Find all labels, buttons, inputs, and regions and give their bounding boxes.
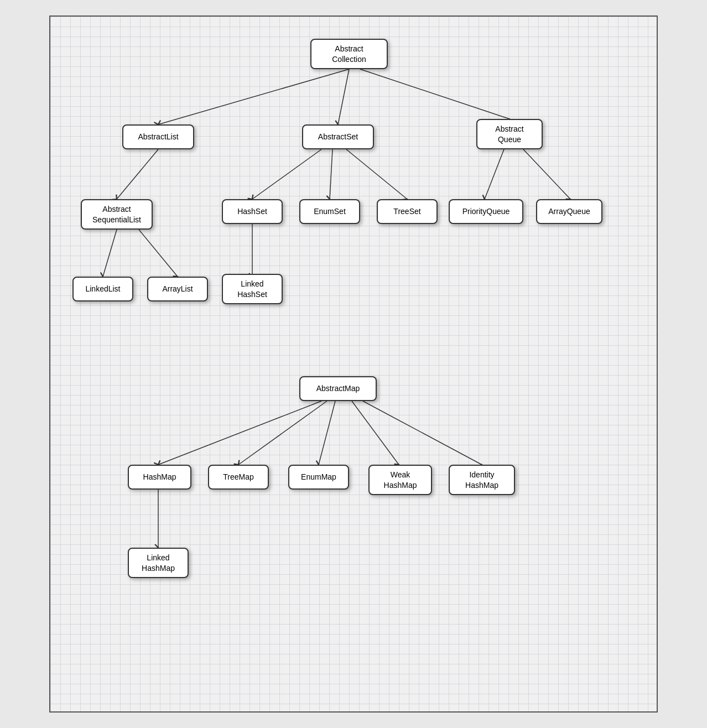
node-linked-hash-set: LinkedHashSet [222,274,283,304]
svg-line-0 [158,69,349,124]
node-abstract-sequential-list: AbstractSequentialList [81,199,153,230]
svg-line-4 [103,230,117,277]
node-abstract-list: AbstractList [122,124,194,149]
svg-line-16 [363,401,482,465]
diagram-canvas: AbstractCollection AbstractList Abstract… [49,15,658,713]
node-array-queue: ArrayQueue [536,199,602,224]
svg-line-1 [338,69,349,124]
node-abstract-set: AbstractSet [302,124,374,149]
node-linked-hash-map: LinkedHashMap [128,548,189,578]
node-tree-set: TreeSet [377,199,438,224]
svg-line-15 [352,401,399,465]
node-array-list: ArrayList [147,277,208,301]
svg-line-3 [117,149,158,199]
node-abstract-map: AbstractMap [299,376,377,401]
connection-lines [50,17,657,711]
node-enum-map: EnumMap [288,465,349,490]
svg-line-2 [360,69,510,119]
node-abstract-collection: AbstractCollection [310,39,388,69]
node-linked-list: LinkedList [72,277,133,301]
node-identity-hash-map: IdentityHashMap [449,465,515,495]
svg-line-7 [330,149,332,199]
node-tree-map: TreeMap [208,465,269,490]
svg-line-5 [139,230,178,277]
svg-line-6 [252,149,321,199]
svg-line-13 [238,401,327,465]
svg-line-10 [485,149,504,199]
node-weak-hash-map: WeakHashMap [368,465,432,495]
node-hash-set: HashSet [222,199,283,224]
svg-line-8 [346,149,407,199]
svg-line-11 [523,149,570,199]
svg-line-14 [319,401,335,465]
node-priority-queue: PriorityQueue [449,199,523,224]
svg-line-12 [158,401,321,465]
node-abstract-queue: AbstractQueue [476,119,543,149]
node-hash-map: HashMap [128,465,191,490]
node-enum-set: EnumSet [299,199,360,224]
